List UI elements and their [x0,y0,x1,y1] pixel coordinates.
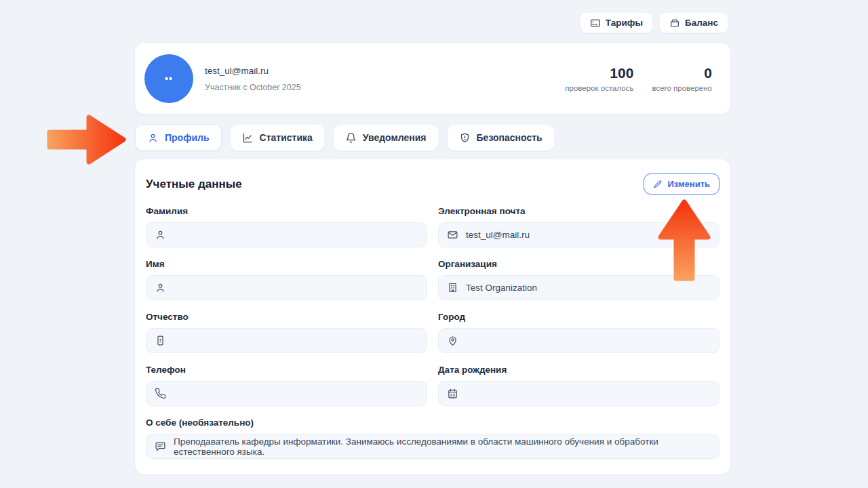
field-city: Город [438,312,719,353]
field-lastname-label: Фамилия [146,206,427,216]
chat-bubble-icon [155,441,166,452]
checks-remaining-value: 100 [565,65,633,81]
tab-profile-label: Профиль [165,132,210,143]
profile-page: Тарифы Баланс •• test_ul@mail.ru Участни… [0,0,868,488]
tab-statistics[interactable]: Статистика [230,124,325,151]
person-icon [155,282,166,293]
line-chart-icon [242,132,254,144]
field-phone: Телефон [146,365,427,406]
email-input[interactable]: test_ul@mail.ru [438,222,719,247]
map-pin-icon [447,335,458,346]
tab-profile[interactable]: Профиль [135,124,222,151]
city-input[interactable] [438,328,719,353]
field-organization: Организация Test Organization [438,259,719,300]
organization-value: Test Organization [466,283,537,293]
tab-security[interactable]: Безопасность [447,124,555,151]
field-city-label: Город [438,312,719,322]
about-input[interactable]: Преподаватель кафедры информатики. Заним… [146,434,719,459]
person-icon [155,229,166,241]
field-email-label: Электронная почта [438,206,719,216]
birthdate-input[interactable] [438,381,719,406]
field-middlename: Отчество [146,312,427,353]
topbar: Тарифы Баланс [580,12,728,33]
phone-icon [155,388,166,399]
tab-statistics-label: Статистика [260,132,313,143]
tab-security-label: Безопасность [477,132,542,143]
phone-input[interactable] [146,381,427,406]
total-checked-value: 0 [652,65,712,81]
field-about-label: О себе (необязательно) [146,418,719,428]
avatar: •• [144,54,193,103]
tariff-card-icon [590,18,601,28]
field-phone-label: Телефон [146,365,427,375]
profile-tabs: Профиль Статистика Уведомления Безопасно… [135,124,555,151]
profile-info: test_ul@mail.ru Участник с October 2025 [205,66,301,92]
checks-remaining-label: проверок осталось [565,84,633,92]
calendar-icon [447,388,458,399]
field-birthdate-label: Дата рождения [438,365,719,375]
tariffs-button-label: Тарифы [606,18,643,28]
field-lastname: Фамилия [146,206,427,247]
about-value: Преподаватель кафедры информатики. Заним… [174,436,711,457]
middlename-input[interactable] [146,328,427,353]
account-form: Фамилия Электронная почта test_ul@mail.r… [146,206,719,459]
field-firstname-label: Имя [146,259,427,269]
balance-button-label: Баланс [685,18,718,28]
member-since: Участник с October 2025 [205,83,301,92]
wallet-icon [669,18,680,28]
field-firstname: Имя [146,259,427,300]
firstname-input[interactable] [146,275,427,300]
organization-input[interactable]: Test Organization [438,275,719,300]
shield-alert-icon [459,132,471,144]
lastname-input[interactable] [146,222,427,247]
tab-notifications-label: Уведомления [363,132,427,143]
bell-icon [345,132,357,144]
edit-button-label: Изменить [667,179,710,189]
field-organization-label: Организация [438,259,719,269]
mail-icon [447,229,458,241]
person-icon [147,132,159,144]
account-card-header: Учетные данные Изменить [146,174,719,195]
field-middlename-label: Отчество [146,312,427,322]
tab-notifications[interactable]: Уведомления [333,124,439,151]
annotation-arrow-right-to-profile-tab [45,112,127,167]
profile-email: test_ul@mail.ru [205,66,301,76]
total-checked-label: всего проверено [652,84,712,92]
email-value: test_ul@mail.ru [466,230,530,240]
field-about: О себе (необязательно) Преподаватель каф… [146,418,719,459]
account-card-title: Учетные данные [146,178,242,191]
checks-remaining-stat: 100 проверок осталось [565,65,633,92]
field-email: Электронная почта test_ul@mail.ru [438,206,719,247]
total-checked-stat: 0 всего проверено [652,65,712,92]
building-icon [447,282,458,293]
account-data-card: Учетные данные Изменить Фамилия Эле [135,159,730,474]
balance-button[interactable]: Баланс [659,12,728,33]
contact-card-icon [155,335,166,346]
usage-stats: 100 проверок осталось 0 всего проверено [565,65,712,92]
edit-button[interactable]: Изменить [644,174,719,195]
profile-summary-card: •• test_ul@mail.ru Участник с October 20… [135,43,730,114]
tariffs-button[interactable]: Тарифы [580,12,653,33]
pencil-icon [653,180,663,189]
field-birthdate: Дата рождения [438,365,719,406]
